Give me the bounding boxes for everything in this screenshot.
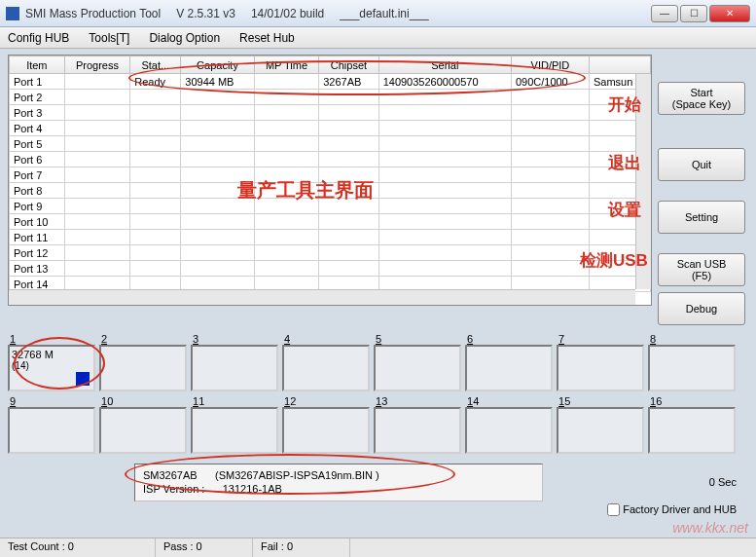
col-7[interactable]: VID/PID [511,56,589,74]
watermark: www.kkx.net [672,520,748,536]
col-3[interactable]: Capacity [181,56,254,74]
table-row[interactable]: Port 7 [10,167,651,183]
minimize-button[interactable]: — [651,5,678,22]
maximize-button[interactable]: ☐ [680,5,707,22]
factory-driver-checkbox[interactable] [607,503,620,516]
status-fail: Fail : 0 [253,538,350,557]
slot-13[interactable]: 13 [374,395,461,454]
slot-4[interactable]: 4 [282,333,370,391]
col-2[interactable]: Stat... [130,56,181,74]
slot-8[interactable]: 8 [648,333,736,391]
elapsed-time: 0 Sec [709,476,748,488]
titlebar: SMI Mass Production Tool V 2.5.31 v3 14/… [0,0,756,27]
horizontal-scrollbar[interactable] [9,289,635,305]
close-button[interactable]: ✕ [709,5,750,22]
table-row[interactable]: Port 6 [10,152,651,167]
slot-7[interactable]: 7 [557,333,644,391]
app-build: 14/01/02 build [251,7,324,20]
col-1[interactable]: Progress [64,56,130,74]
debug-button[interactable]: Debug [658,292,745,325]
status-test-count: Test Count : 0 [0,538,156,557]
col-4[interactable]: MP Time [254,56,319,74]
app-ini: ___default.ini___ [340,7,428,20]
col-8[interactable] [590,56,651,74]
table-row[interactable]: Port 1Ready30944 MB3267AB140903526000057… [10,74,651,90]
menu-config-hub[interactable]: Config HUB [4,29,73,47]
menu-tools[interactable]: Tools[T] [85,29,133,47]
app-icon [6,7,19,20]
port-table[interactable]: ItemProgressStat...CapacityMP TimeChipse… [8,55,652,306]
table-row[interactable]: Port 12 [10,245,651,261]
table-row[interactable]: Port 3 [10,105,651,121]
slot-6[interactable]: 6 [465,333,553,391]
table-row[interactable]: Port 9 [10,199,651,214]
app-title: SMI Mass Production Tool [25,7,161,20]
slot-15[interactable]: 15 [557,395,644,454]
table-row[interactable]: Port 10 [10,214,651,230]
slot-16[interactable]: 16 [648,395,736,454]
menubar: Config HUB Tools[T] Dialog Option Reset … [0,27,756,49]
device-slots: 132768 M(14)2345678910111213141516 [8,329,748,458]
table-row[interactable]: Port 11 [10,230,651,245]
table-row[interactable]: Port 5 [10,136,651,152]
app-version: V 2.5.31 v3 [176,7,235,20]
setting-button[interactable]: Setting [658,201,745,234]
slot-10[interactable]: 10 [99,395,187,454]
col-5[interactable]: Chipset [319,56,378,74]
slot-12[interactable]: 12 [282,395,370,454]
slot-11[interactable]: 11 [191,395,278,454]
menu-dialog-option[interactable]: Dialog Option [145,29,224,47]
start-button[interactable]: Start (Space Key) [658,82,745,115]
table-row[interactable]: Port 13 [10,261,651,277]
quit-button[interactable]: Quit [658,148,745,181]
menu-reset-hub[interactable]: Reset Hub [235,29,299,47]
col-6[interactable]: Serial [378,56,511,74]
slot-9[interactable]: 9 [8,395,95,454]
col-0[interactable]: Item [10,56,65,74]
slot-5[interactable]: 5 [374,333,461,391]
factory-driver-label: Factory Driver and HUB [623,503,737,515]
slot-14[interactable]: 14 [465,395,553,454]
vertical-scrollbar[interactable] [635,74,651,289]
chip-info-box: SM3267AB (SM3267ABISP-ISPSA19nm.BIN ) IS… [134,464,543,501]
slot-1[interactable]: 132768 M(14) [8,333,95,391]
slot-3[interactable]: 3 [191,333,278,391]
statusbar: Test Count : 0 Pass : 0 Fail : 0 [0,538,756,557]
table-row[interactable]: Port 8 [10,183,651,199]
scan-usb-button[interactable]: Scan USB (F5) [658,253,745,286]
table-row[interactable]: Port 4 [10,121,651,136]
status-pass: Pass : 0 [156,538,253,557]
table-row[interactable]: Port 2 [10,90,651,105]
slot-2[interactable]: 2 [99,333,187,391]
